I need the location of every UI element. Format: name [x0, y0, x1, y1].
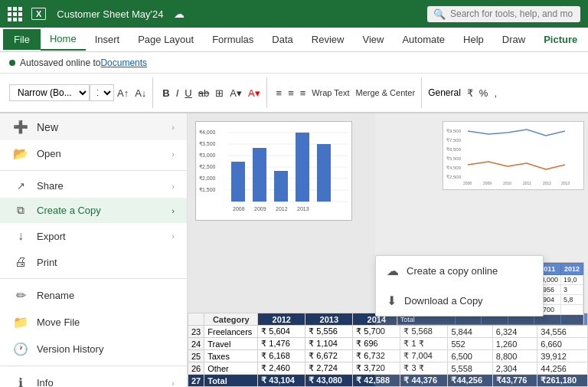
merge-center-btn[interactable]: Merge & Center [352, 87, 418, 99]
font-size-select[interactable]: 11 [90, 84, 114, 101]
row-27-num: 27 [188, 375, 204, 387]
border-btn[interactable]: ⊞ [212, 86, 227, 100]
submenu-create-copy-online[interactable]: ☁ Create a copy online [376, 256, 543, 286]
bold-btn[interactable]: B [159, 86, 172, 100]
font-color-btn[interactable]: A▾ [245, 86, 263, 100]
row-25-num: 25 [188, 350, 204, 362]
svg-text:₹3,000: ₹3,000 [199, 153, 216, 158]
move-file-label: Move File [37, 316, 80, 328]
percent-btn[interactable]: % [476, 86, 492, 100]
search-input[interactable] [450, 8, 573, 19]
toolbar: Narrow (Bo... 11 A↑ A↓ B I U ab ⊞ A▾ A▾ … [0, 74, 588, 113]
tab-insert[interactable]: Insert [86, 29, 129, 50]
svg-rect-17 [317, 144, 331, 202]
autosave-text: Autosaved online to [20, 57, 100, 68]
row-27-2013: ₹ 43,080 [305, 375, 353, 387]
tab-data[interactable]: Data [263, 29, 302, 50]
format-group: B I U ab ⊞ A▾ A▾ [156, 77, 266, 108]
submenu-download-copy[interactable]: ⬇ Download a Copy [376, 286, 543, 316]
download-icon: ⬇ [387, 294, 397, 308]
tab-help[interactable]: Help [454, 29, 493, 50]
row-26-2012: ₹ 2,460 [258, 362, 305, 375]
new-chevron: › [172, 123, 175, 132]
row-24-2012: ₹ 1,476 [258, 338, 305, 350]
font-group: Narrow (Bo... 11 A↑ A↓ [6, 77, 153, 108]
open-label: Open [37, 148, 61, 159]
menu-item-new[interactable]: ➕ New › [0, 113, 187, 140]
increase-font-btn[interactable]: A↑ [114, 86, 132, 100]
strikethrough-btn[interactable]: ab [195, 86, 212, 100]
tab-picture[interactable]: Picture [534, 29, 586, 50]
bar-chart: ₹4,000 ₹3,500 ₹3,000 ₹2,500 ₹2,000 ₹1,50… [195, 121, 352, 221]
row-24-2013: ₹ 1,104 [305, 338, 353, 350]
tab-page-layout[interactable]: Page Layout [129, 29, 203, 50]
tab-automate[interactable]: Automate [393, 29, 454, 50]
share-label: Share [37, 180, 64, 192]
tab-file[interactable]: File [3, 29, 41, 50]
menu-item-version-history[interactable]: 🕐 Version History [0, 336, 187, 362]
svg-text:₹1,500: ₹1,500 [199, 187, 216, 192]
export-label: Export [37, 231, 66, 242]
menu-item-create-copy[interactable]: ⧉ Create a Copy › [0, 198, 187, 223]
row-25-2012: ₹ 6,168 [258, 350, 305, 362]
tab-review[interactable]: Review [302, 29, 354, 50]
svg-text:2012: 2012 [276, 206, 288, 212]
align-right-btn[interactable]: ≡ [297, 86, 309, 100]
row-26-label: Other [204, 362, 258, 375]
rename-icon: ✏ [12, 288, 29, 303]
excel-logo: X [31, 8, 46, 20]
menu-item-open[interactable]: 📂 Open › [0, 140, 187, 167]
open-chevron: › [172, 149, 175, 159]
export-icon: ↓ [12, 229, 29, 243]
info-label: Info [37, 377, 54, 387]
row-26-num: 26 [188, 362, 204, 375]
info-icon: ℹ [12, 376, 29, 387]
tab-home[interactable]: Home [41, 28, 86, 51]
currency-btn[interactable]: ₹ [464, 86, 476, 100]
menu-divider-1 [0, 170, 187, 171]
menu-item-info[interactable]: ℹ Info › [0, 369, 187, 387]
create-copy-chevron: › [172, 206, 175, 215]
menu-divider-3 [0, 366, 187, 366]
tab-formulas[interactable]: Formulas [203, 29, 263, 50]
decrease-font-btn[interactable]: A↓ [132, 86, 149, 100]
tab-view[interactable]: View [353, 29, 393, 50]
share-chevron: › [172, 182, 175, 191]
menu-item-export[interactable]: ↓ Export › [0, 223, 187, 249]
svg-text:₹2,000: ₹2,000 [199, 175, 216, 181]
italic-btn[interactable]: I [173, 86, 182, 100]
tab-draw[interactable]: Draw [493, 29, 534, 50]
create-copy-label: Create a Copy [37, 205, 101, 216]
number-format-label: General [428, 87, 461, 98]
search-icon: 🔍 [433, 8, 446, 20]
alignment-group: ≡ ≡ ≡ Wrap Text Merge & Center [270, 77, 423, 108]
svg-rect-16 [296, 133, 309, 202]
title-bar-left: X Customer Sheet May'24 ☁ [8, 7, 185, 21]
open-icon: 📂 [12, 146, 29, 161]
autosave-bar: Autosaved online to Documents [0, 52, 588, 74]
align-center-btn[interactable]: ≡ [285, 86, 297, 100]
version-history-icon: 🕐 [12, 342, 29, 356]
wrap-text-btn[interactable]: Wrap Text [309, 87, 352, 99]
info-chevron: › [172, 379, 175, 388]
underline-btn[interactable]: U [181, 86, 194, 100]
svg-rect-14 [253, 148, 266, 202]
align-left-btn[interactable]: ≡ [273, 86, 286, 100]
cloud-upload-icon: ☁ [387, 264, 399, 278]
comma-btn[interactable]: , [491, 86, 500, 100]
search-bar[interactable]: 🔍 [427, 6, 580, 22]
file-menu: ➕ New › 📂 Open › ↗ Share › ⧉ Create a Co… [0, 113, 188, 387]
fill-color-btn[interactable]: A▾ [227, 86, 245, 100]
menu-item-print[interactable]: 🖨 Print [0, 249, 187, 275]
menu-item-rename[interactable]: ✏ Rename [0, 282, 187, 309]
download-copy-label: Download a Copy [404, 295, 483, 307]
autosave-link[interactable]: Documents [100, 57, 147, 68]
menu-item-move-file[interactable]: 📁 Move File [0, 309, 187, 336]
menu-item-share[interactable]: ↗ Share › [0, 174, 187, 198]
print-label: Print [37, 257, 57, 268]
app-grid-icon[interactable] [8, 7, 22, 21]
file-title: Customer Sheet May'24 [57, 8, 163, 20]
font-family-select[interactable]: Narrow (Bo... [9, 84, 90, 101]
dim-overlay [375, 113, 588, 387]
row-24-label: Travel [204, 338, 258, 350]
